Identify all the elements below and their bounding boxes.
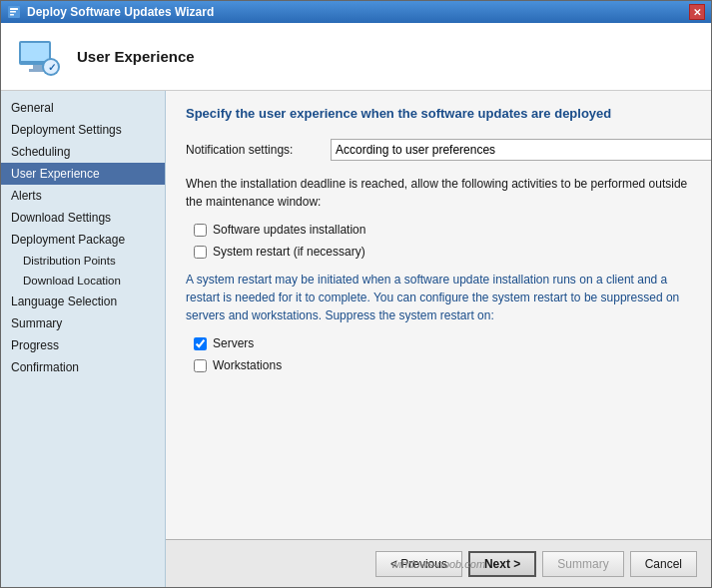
checkbox-workstations[interactable] bbox=[194, 359, 207, 372]
checkbox-system-restart[interactable] bbox=[194, 246, 207, 259]
sidebar: General Deployment Settings Scheduling U… bbox=[1, 91, 166, 587]
notification-select[interactable]: According to user preferences Display in… bbox=[331, 139, 711, 161]
content-body: Specify the user experience when the sof… bbox=[166, 91, 711, 539]
summary-button[interactable]: Summary bbox=[542, 551, 623, 577]
notification-label: Notification settings: bbox=[186, 143, 331, 157]
sidebar-item-confirmation[interactable]: Confirmation bbox=[1, 356, 165, 378]
checkbox-row-workstations: Workstations bbox=[194, 358, 691, 372]
svg-rect-5 bbox=[21, 43, 49, 61]
content-area: Specify the user experience when the sof… bbox=[166, 91, 711, 587]
sidebar-item-deployment-package[interactable]: Deployment Package bbox=[1, 229, 165, 251]
window-title: Deploy Software Updates Wizard bbox=[27, 5, 214, 19]
servers-section: Servers Workstations bbox=[186, 336, 691, 372]
main-area: General Deployment Settings Scheduling U… bbox=[1, 91, 711, 587]
wizard-icon bbox=[7, 5, 21, 19]
svg-rect-1 bbox=[10, 8, 18, 10]
header-title: User Experience bbox=[77, 48, 195, 65]
checkbox-row-1: Software updates installation bbox=[194, 223, 691, 237]
title-bar: Deploy Software Updates Wizard ✕ bbox=[1, 1, 711, 23]
sidebar-item-summary[interactable]: Summary bbox=[1, 312, 165, 334]
sidebar-item-general[interactable]: General bbox=[1, 97, 165, 119]
checkbox-software-updates-label[interactable]: Software updates installation bbox=[213, 223, 365, 237]
info-text: A system restart may be initiated when a… bbox=[186, 271, 691, 324]
close-button[interactable]: ✕ bbox=[689, 4, 705, 20]
watermark: windows-noob.com bbox=[391, 558, 485, 570]
cancel-button[interactable]: Cancel bbox=[630, 551, 697, 577]
sidebar-item-alerts[interactable]: Alerts bbox=[1, 185, 165, 207]
sidebar-item-download-location[interactable]: Download Location bbox=[1, 271, 165, 291]
checkbox-workstations-label[interactable]: Workstations bbox=[213, 358, 282, 372]
footer-panel: windows-noob.com < Previous Next > Summa… bbox=[166, 539, 711, 587]
checkbox-row-servers: Servers bbox=[194, 336, 691, 350]
svg-rect-3 bbox=[10, 14, 14, 16]
header-panel: ✓ User Experience bbox=[1, 23, 711, 91]
sidebar-item-scheduling[interactable]: Scheduling bbox=[1, 141, 165, 163]
header-icon: ✓ bbox=[15, 33, 63, 81]
svg-rect-2 bbox=[10, 11, 16, 13]
sidebar-item-user-experience[interactable]: User Experience bbox=[1, 163, 165, 185]
content-title: Specify the user experience when the sof… bbox=[186, 105, 691, 123]
sidebar-item-language-selection[interactable]: Language Selection bbox=[1, 291, 165, 312]
title-bar-left: Deploy Software Updates Wizard bbox=[7, 5, 214, 19]
checkbox-system-restart-label[interactable]: System restart (if necessary) bbox=[213, 245, 365, 259]
sidebar-item-distribution-points[interactable]: Distribution Points bbox=[1, 251, 165, 271]
checkbox-software-updates[interactable] bbox=[194, 224, 207, 237]
notification-row: Notification settings: According to user… bbox=[186, 139, 691, 161]
sidebar-item-deployment-settings[interactable]: Deployment Settings bbox=[1, 119, 165, 141]
svg-text:✓: ✓ bbox=[48, 62, 56, 73]
sidebar-item-progress[interactable]: Progress bbox=[1, 334, 165, 356]
sidebar-item-download-settings[interactable]: Download Settings bbox=[1, 207, 165, 229]
wizard-window: Deploy Software Updates Wizard ✕ ✓ User … bbox=[0, 0, 712, 588]
checkbox-servers[interactable] bbox=[194, 337, 207, 350]
checkbox-servers-label[interactable]: Servers bbox=[213, 336, 254, 350]
description-text-1: When the installation deadline is reache… bbox=[186, 175, 691, 211]
checkbox-row-2: System restart (if necessary) bbox=[194, 245, 691, 259]
